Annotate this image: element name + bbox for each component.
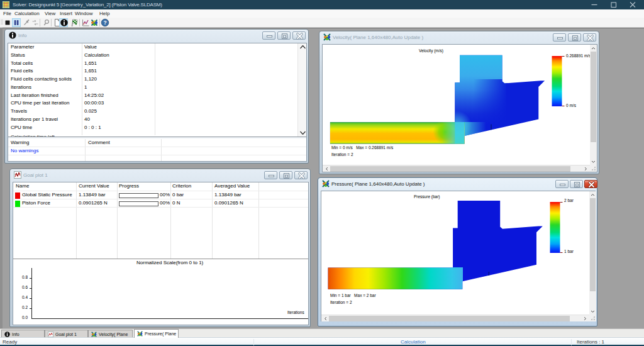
svg-text:?: ? bbox=[103, 20, 106, 26]
